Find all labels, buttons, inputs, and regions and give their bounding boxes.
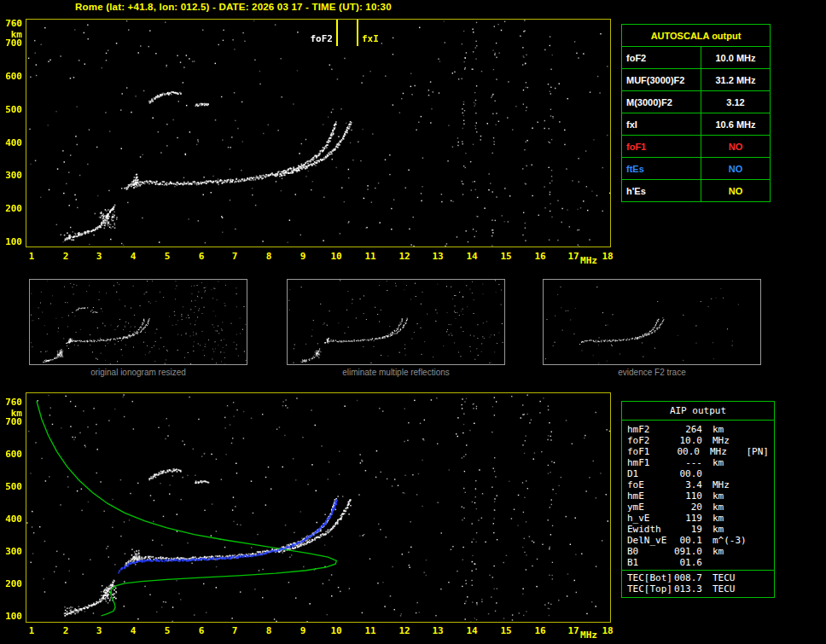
aip-param-value: 00.1 bbox=[673, 535, 702, 546]
x-tick-label: 3 bbox=[90, 625, 108, 636]
y-tick-label: 760 bbox=[2, 397, 22, 408]
x-tick-label: 5 bbox=[159, 625, 176, 636]
aip-param-name: hmE bbox=[627, 490, 673, 502]
aip-body: hmF2264kmfoF210.0MHzfoF100.0MHz[PN]hmF1-… bbox=[622, 421, 774, 570]
aip-param-note bbox=[748, 468, 750, 479]
x-tick-label: 7 bbox=[226, 251, 243, 262]
autoscala-param-value: 31.2 MHz bbox=[701, 69, 771, 91]
panel-original-ionogram-canvas bbox=[29, 279, 247, 365]
ionogram-profile-canvas bbox=[26, 392, 611, 623]
x-tick-label: 6 bbox=[193, 251, 210, 262]
caption-evidence-f2: evidence F2 trace bbox=[543, 368, 761, 377]
x-tick-label: 12 bbox=[396, 251, 413, 262]
aip-param-note bbox=[748, 546, 750, 557]
aip-param-name: hmF1 bbox=[627, 457, 673, 468]
caption-original-ionogram: original ionogram resized bbox=[29, 368, 247, 377]
autoscala-output-table: AUTOSCALA output foF210.0 MHzMUF(3000)F2… bbox=[621, 24, 771, 202]
aip-param-value: 3.4 bbox=[673, 479, 702, 490]
y-axis-unit: km bbox=[2, 408, 22, 419]
x-axis-unit: MHz bbox=[577, 629, 601, 641]
autoscala-row: foF210.0 MHz bbox=[622, 47, 771, 69]
x-tick-label: 9 bbox=[294, 251, 311, 262]
autoscala-param-label: foF2 bbox=[622, 47, 701, 69]
autoscala-row: foF1NO bbox=[622, 136, 771, 158]
aip-row: B0091.0km bbox=[622, 546, 774, 557]
aip-param-value: --- bbox=[673, 457, 702, 468]
aip-param-value: 20 bbox=[673, 502, 702, 513]
annotation-label-fof2: foF2 bbox=[297, 33, 333, 44]
aip-row: Ewidth19km bbox=[622, 524, 774, 535]
x-tick-label: 14 bbox=[463, 251, 480, 262]
aip-param-value: 264 bbox=[673, 424, 702, 435]
aip-param-value: 119 bbox=[673, 513, 702, 524]
aip-param-name: D1 bbox=[627, 468, 673, 479]
annotation-line-fxi bbox=[357, 20, 358, 46]
y-tick-label: 200 bbox=[2, 203, 22, 214]
annotation-label-fxi: fxI bbox=[362, 33, 379, 44]
x-tick-label: 13 bbox=[429, 251, 446, 262]
aip-param-value: 091.0 bbox=[673, 546, 702, 557]
aip-param-note bbox=[748, 524, 750, 535]
aip-param-name: B1 bbox=[627, 557, 673, 568]
x-tick-label: 16 bbox=[532, 625, 549, 636]
aip-param-name: DelN_vE bbox=[627, 535, 673, 546]
autoscala-window: { "header": { "title": "Rome (lat: +41.8… bbox=[0, 0, 826, 644]
x-tick-label: 2 bbox=[57, 251, 74, 262]
aip-param-value: 19 bbox=[673, 524, 702, 535]
y-axis-unit: km bbox=[2, 29, 22, 40]
y-tick-label: 600 bbox=[2, 449, 22, 460]
aip-param-unit: TECU bbox=[702, 572, 748, 583]
aip-param-unit: km bbox=[702, 457, 748, 468]
y-tick-label: 400 bbox=[2, 513, 22, 525]
x-tick-label: 12 bbox=[396, 625, 413, 636]
aip-param-value: 008.7 bbox=[673, 572, 702, 583]
autoscala-param-label: ftEs bbox=[622, 158, 701, 180]
y-tick-label: 300 bbox=[2, 546, 22, 557]
aip-param-unit: km bbox=[702, 513, 748, 524]
y-tick-label: 500 bbox=[2, 104, 22, 115]
autoscala-param-label: fxI bbox=[622, 113, 701, 136]
aip-tec-section: TEC[Bot]008.7TECUTEC[Top]013.3TECU bbox=[622, 570, 774, 596]
x-tick-label: 1 bbox=[23, 251, 40, 262]
aip-row: foE3.4MHz bbox=[622, 479, 774, 490]
aip-param-note bbox=[748, 457, 750, 468]
autoscala-param-value: 10.6 MHz bbox=[701, 113, 771, 136]
aip-row: B101.6 bbox=[622, 557, 774, 568]
autoscala-param-label: MUF(3000)F2 bbox=[622, 69, 701, 91]
aip-param-name: TEC[Top] bbox=[627, 583, 673, 595]
x-tick-label: 10 bbox=[328, 251, 345, 262]
autoscala-param-label: foF1 bbox=[622, 136, 701, 158]
x-tick-label: 11 bbox=[362, 625, 379, 636]
y-tick-label: 100 bbox=[2, 236, 22, 247]
autoscala-param-label: M(3000)F2 bbox=[622, 91, 701, 113]
aip-param-unit: km bbox=[702, 524, 748, 535]
panel-eliminate-reflections-canvas bbox=[287, 279, 505, 365]
aip-param-unit: TECU bbox=[702, 583, 748, 595]
x-tick-label: 2 bbox=[57, 625, 74, 636]
aip-param-note bbox=[748, 479, 750, 490]
autoscala-param-value: 3.12 bbox=[701, 91, 771, 113]
autoscala-header-row: AUTOSCALA output bbox=[622, 25, 771, 47]
x-tick-label: 15 bbox=[497, 251, 515, 262]
aip-tec-row: TEC[Top]013.3TECU bbox=[622, 583, 774, 595]
aip-param-unit bbox=[702, 468, 748, 479]
x-tick-label: 1 bbox=[23, 625, 40, 636]
aip-param-note bbox=[748, 535, 750, 546]
y-tick-label: 200 bbox=[2, 578, 22, 589]
aip-param-name: Ewidth bbox=[627, 524, 673, 535]
aip-row: h_vE119km bbox=[622, 513, 774, 524]
aip-param-note bbox=[748, 557, 750, 568]
autoscala-param-value: NO bbox=[701, 136, 771, 158]
x-tick-label: 14 bbox=[463, 625, 480, 636]
autoscala-row: fxI10.6 MHz bbox=[622, 113, 771, 136]
aip-param-name: foF2 bbox=[627, 435, 673, 446]
aip-param-value: 00.0 bbox=[673, 468, 702, 479]
panel-evidence-f2-canvas bbox=[543, 279, 761, 365]
aip-row: foF100.0MHz[PN] bbox=[622, 446, 774, 457]
autoscala-title: AUTOSCALA output bbox=[622, 25, 771, 47]
aip-param-value: 01.6 bbox=[673, 557, 702, 568]
aip-param-value: 00.0 bbox=[672, 446, 700, 457]
aip-param-unit: MHz bbox=[702, 479, 748, 490]
aip-param-value: 110 bbox=[673, 490, 702, 502]
aip-param-unit: km bbox=[702, 502, 748, 513]
